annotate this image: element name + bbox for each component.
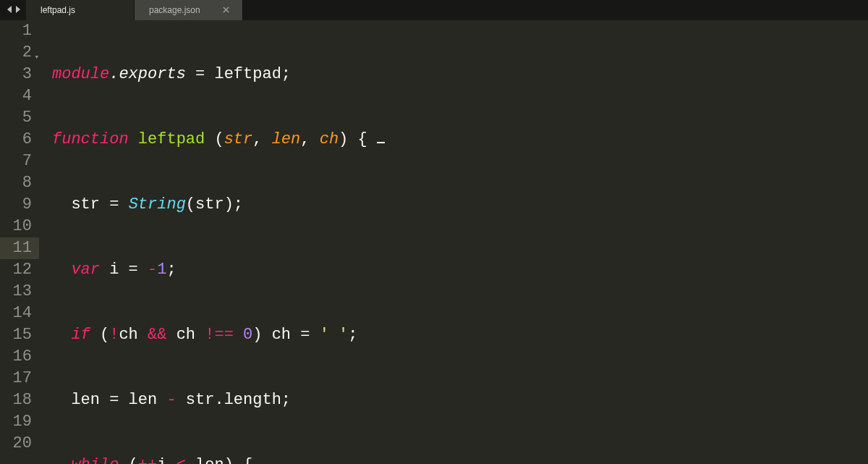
line-number: 8 [0,172,32,194]
line-number: 11 [0,237,39,259]
tab-label: package.json [149,5,200,15]
line-number: 17 [0,368,32,389]
line-number: 10 [0,216,32,237]
line-number: 9 [0,194,32,216]
line-number: 2 [0,42,32,64]
close-icon[interactable] [205,5,229,15]
nav-back-icon[interactable] [7,5,13,15]
line-number: 7 [0,151,32,172]
code-editor[interactable]: 1 2 3 4 5 6 7 8 9 10 11 12 13 14 15 16 1… [0,20,868,464]
line-number: 13 [0,281,32,303]
code-line: if (!ch && ch !== 0) ch = ' '; [52,324,868,346]
line-number: 19 [0,411,32,433]
tab-label: leftpad.js [41,5,75,15]
line-number: 12 [0,259,32,281]
line-number: 5 [0,107,32,129]
line-number: 18 [0,389,32,411]
line-number: 15 [0,324,32,346]
line-number: 16 [0,346,32,368]
line-number: 14 [0,303,32,324]
code-line: var i = -1; [52,259,868,281]
code-line: while (++i < len) { [52,455,868,464]
tab-package-json[interactable]: package.json [135,0,243,20]
code-line: str = String(str); [52,194,868,216]
code-line: module.exports = leftpad; [52,64,868,85]
code-line: len = len - str.length; [52,389,868,411]
line-number: 4 [0,85,32,107]
line-number: 3 [0,64,32,85]
tab-leftpad-js[interactable]: leftpad.js [26,0,135,20]
nav-forward-icon[interactable] [14,5,20,15]
line-number: 6 [0,129,32,151]
code-line: function leftpad (str, len, ch) { [52,129,868,151]
line-number: 20 [0,433,32,455]
tab-nav-arrows[interactable] [0,0,26,20]
code-area[interactable]: module.exports = leftpad; function leftp… [39,20,868,464]
tab-bar: leftpad.js package.json [0,0,868,20]
gutter: 1 2 3 4 5 6 7 8 9 10 11 12 13 14 15 16 1… [0,20,39,464]
line-number: 1 [0,20,32,42]
